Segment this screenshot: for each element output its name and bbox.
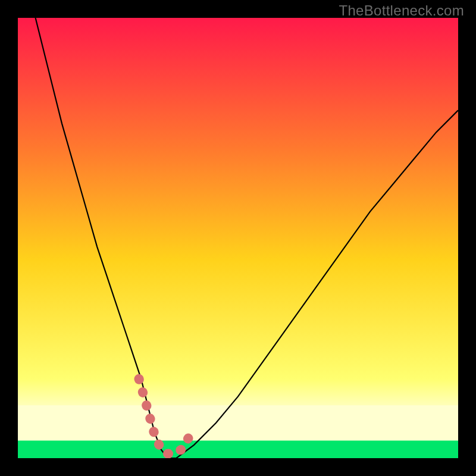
band [18,440,458,458]
watermark-text: TheBottleneck.com [339,2,464,19]
band [18,405,458,440]
gradient-background [18,18,458,458]
bands [18,405,458,458]
chart-frame: TheBottleneck.com [0,0,476,476]
bottleneck-chart [18,18,458,458]
